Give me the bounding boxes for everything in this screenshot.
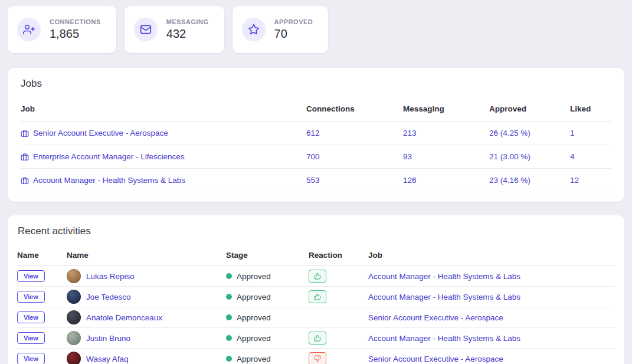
view-button[interactable]: View <box>17 270 45 282</box>
stage-label: Approved <box>237 313 271 322</box>
stage-label: Approved <box>237 334 271 343</box>
jobs-table-header: Job Connections Messaging Approved Liked <box>21 99 611 122</box>
approved-count[interactable]: 21 (3.00 %) <box>489 152 570 161</box>
person-name-link[interactable]: Wasay Afaq <box>86 355 129 363</box>
stage-label: Approved <box>237 272 271 281</box>
job-link[interactable]: Senior Account Executive - Aerospace <box>368 355 503 363</box>
table-row: View Joe Tedesco Approved Account Manage… <box>17 287 615 307</box>
thumbs-up-icon <box>314 273 321 280</box>
approved-status-dot <box>226 335 232 341</box>
thumbs-up-icon <box>314 293 321 300</box>
view-button[interactable]: View <box>17 311 45 323</box>
jobs-card-title: Jobs <box>21 78 611 90</box>
liked-count[interactable]: 1 <box>570 129 611 137</box>
stat-card-approved: APPROVED 70 <box>233 6 329 53</box>
person-name-link[interactable]: Lukas Repiso <box>86 272 135 281</box>
job-link[interactable]: Enterprise Account Manager - Lifescience… <box>33 152 185 161</box>
jobs-header-liked: Liked <box>570 104 611 113</box>
thumbs-up-icon <box>314 335 321 342</box>
approved-status-dot <box>226 273 232 279</box>
stat-value-messaging: 432 <box>166 27 209 41</box>
person-name-link[interactable]: Anatole Demonceaux <box>86 313 162 322</box>
avatar <box>67 331 81 345</box>
person-name-link[interactable]: Justin Bruno <box>86 334 130 343</box>
thumbs-down-button[interactable] <box>309 352 326 364</box>
stat-card-connections: CONNECTIONS 1,865 <box>8 6 116 53</box>
jobs-header-job: Job <box>21 104 306 113</box>
job-link[interactable]: Account Manager - Health Systems & Labs <box>368 272 520 281</box>
recent-activities-card: Recent activities Name Name Stage Reacti… <box>8 215 624 364</box>
star-icon <box>242 18 266 41</box>
stat-value-approved: 70 <box>274 27 313 41</box>
activities-header-name: Name <box>67 251 226 260</box>
activities-header-job: Job <box>368 251 615 260</box>
activities-table-header: Name Name Stage Reaction Job <box>17 247 615 266</box>
table-row: Senior Account Executive - Aerospace 612… <box>21 122 611 145</box>
avatar <box>67 269 81 283</box>
liked-count[interactable]: 12 <box>570 176 611 185</box>
jobs-table: Job Connections Messaging Approved Liked… <box>8 99 624 192</box>
liked-count[interactable]: 4 <box>570 152 611 161</box>
stat-label-messaging: MESSAGING <box>166 18 209 25</box>
job-link[interactable]: Account Manager - Health Systems & Labs <box>368 334 520 343</box>
connections-count[interactable]: 612 <box>306 129 403 137</box>
stat-label-approved: APPROVED <box>274 18 313 25</box>
connections-count[interactable]: 700 <box>306 152 403 161</box>
thumbs-up-button[interactable] <box>309 270 326 283</box>
approved-status-dot <box>226 314 232 320</box>
jobs-header-connections: Connections <box>306 104 403 113</box>
dashboard-page: CONNECTIONS 1,865 MESSAGING 432 APPROVED… <box>0 0 632 364</box>
messaging-count[interactable]: 93 <box>403 152 489 161</box>
job-link[interactable]: Account Manager - Health Systems & Labs <box>368 293 520 301</box>
briefcase-icon <box>21 129 29 137</box>
activities-header-reaction: Reaction <box>309 251 368 260</box>
avatar <box>67 310 81 324</box>
stat-value-connections: 1,865 <box>50 27 101 41</box>
connections-count[interactable]: 553 <box>306 176 403 185</box>
approved-status-dot <box>226 356 232 362</box>
job-link[interactable]: Senior Account Executive - Aerospace <box>33 129 168 137</box>
stat-label-connections: CONNECTIONS <box>50 18 101 25</box>
user-plus-icon <box>17 18 41 41</box>
approved-status-dot <box>226 294 232 300</box>
approved-count[interactable]: 26 (4.25 %) <box>489 129 570 137</box>
activities-header-view: Name <box>17 251 67 260</box>
jobs-header-messaging: Messaging <box>403 104 489 113</box>
activities-card-title: Recent activities <box>18 225 611 237</box>
briefcase-icon <box>21 153 29 161</box>
thumbs-up-button[interactable] <box>309 332 326 345</box>
stage-label: Approved <box>237 355 271 363</box>
view-button[interactable]: View <box>17 353 45 364</box>
jobs-card: Jobs Job Connections Messaging Approved … <box>8 68 624 202</box>
jobs-header-approved: Approved <box>489 104 570 113</box>
activities-header-stage: Stage <box>226 251 309 260</box>
messaging-count[interactable]: 213 <box>403 129 489 137</box>
stats-row: CONNECTIONS 1,865 MESSAGING 432 APPROVED… <box>8 6 624 53</box>
view-button[interactable]: View <box>17 332 45 344</box>
approved-count[interactable]: 23 (4.16 %) <box>489 176 570 185</box>
stat-card-messaging: MESSAGING 432 <box>125 6 224 53</box>
table-row: Account Manager - Health Systems & Labs … <box>21 169 611 192</box>
table-row: View Justin Bruno Approved Account Manag… <box>17 328 615 349</box>
table-row: Enterprise Account Manager - Lifescience… <box>21 145 611 169</box>
table-row: View Anatole Demonceaux Approved Senior … <box>17 307 615 328</box>
avatar <box>67 290 81 304</box>
table-row: View Lukas Repiso Approved Account Manag… <box>17 266 615 287</box>
envelope-check-icon <box>134 18 158 41</box>
job-link[interactable]: Account Manager - Health Systems & Labs <box>33 176 185 185</box>
stage-label: Approved <box>237 293 271 301</box>
person-name-link[interactable]: Joe Tedesco <box>86 293 131 301</box>
avatar <box>67 352 81 364</box>
activities-table: Name Name Stage Reaction Job View Lukas … <box>8 247 624 364</box>
thumbs-up-button[interactable] <box>309 290 326 303</box>
messaging-count[interactable]: 126 <box>403 176 489 185</box>
view-button[interactable]: View <box>17 291 45 303</box>
briefcase-icon <box>21 176 29 185</box>
job-link[interactable]: Senior Account Executive - Aerospace <box>368 313 503 322</box>
table-row: View Wasay Afaq Approved Senior Account … <box>17 349 615 364</box>
thumbs-down-icon <box>314 355 321 362</box>
